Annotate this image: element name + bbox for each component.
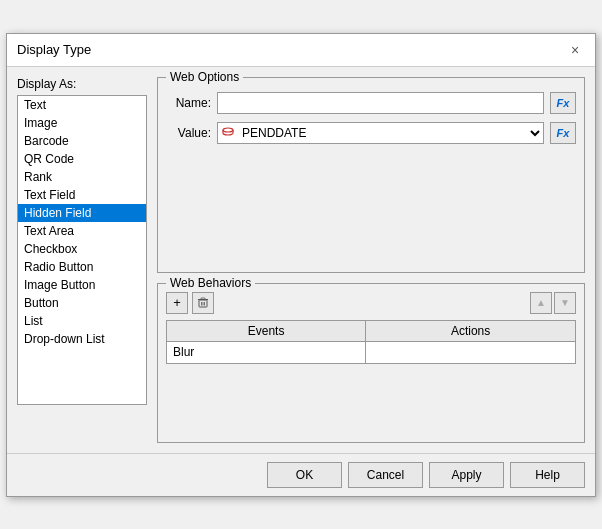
display-type-dialog: Display Type × Display As: TextImageBarc…	[6, 33, 596, 497]
web-options-content: Name: Fx Value:	[166, 92, 576, 144]
delete-icon	[197, 297, 209, 309]
value-icon	[218, 123, 236, 143]
list-item-button[interactable]: Button	[18, 294, 146, 312]
behaviors-toolbar: + ▲ ▼	[166, 292, 576, 314]
list-item-text[interactable]: Text	[18, 96, 146, 114]
table-row: Blur	[167, 341, 576, 363]
cancel-button[interactable]: Cancel	[348, 462, 423, 488]
name-input[interactable]	[217, 92, 544, 114]
title-bar: Display Type ×	[7, 34, 595, 67]
events-header: Events	[167, 320, 366, 341]
display-as-label: Display As:	[17, 77, 147, 91]
up-down-buttons: ▲ ▼	[530, 292, 576, 314]
actions-header: Actions	[366, 320, 576, 341]
event-cell: Blur	[167, 341, 366, 363]
list-item-list[interactable]: List	[18, 312, 146, 330]
list-item-textfield[interactable]: Text Field	[18, 186, 146, 204]
add-behavior-button[interactable]: +	[166, 292, 188, 314]
dialog-title: Display Type	[17, 42, 91, 57]
move-down-button[interactable]: ▼	[554, 292, 576, 314]
display-type-list[interactable]: TextImageBarcodeQR CodeRankText FieldHid…	[17, 95, 147, 405]
close-button[interactable]: ×	[565, 40, 585, 60]
name-fx-button[interactable]: Fx	[550, 92, 576, 114]
list-item-checkbox[interactable]: Checkbox	[18, 240, 146, 258]
database-icon	[222, 127, 234, 139]
name-row: Name: Fx	[166, 92, 576, 114]
web-behaviors-label: Web Behaviors	[166, 276, 255, 290]
list-item-radiobutton[interactable]: Radio Button	[18, 258, 146, 276]
svg-rect-3	[201, 298, 205, 300]
apply-button[interactable]: Apply	[429, 462, 504, 488]
right-panel: Web Options Name: Fx Value:	[157, 77, 585, 443]
list-item-hiddenfield[interactable]: Hidden Field	[18, 204, 146, 222]
list-item-dropdownlist[interactable]: Drop-down List	[18, 330, 146, 348]
web-options-spacer	[166, 144, 576, 264]
dialog-footer: OK Cancel Apply Help	[7, 453, 595, 496]
list-item-barcode[interactable]: Barcode	[18, 132, 146, 150]
web-options-group: Web Options Name: Fx Value:	[157, 77, 585, 273]
dialog-body: Display As: TextImageBarcodeQR CodeRankT…	[7, 67, 595, 453]
list-item-rank[interactable]: Rank	[18, 168, 146, 186]
web-behaviors-group: Web Behaviors + ▲	[157, 283, 585, 443]
web-options-label: Web Options	[166, 70, 243, 84]
list-item-qrcode[interactable]: QR Code	[18, 150, 146, 168]
value-fx-button[interactable]: Fx	[550, 122, 576, 144]
list-item-textarea[interactable]: Text Area	[18, 222, 146, 240]
value-label: Value:	[166, 126, 211, 140]
move-up-button[interactable]: ▲	[530, 292, 552, 314]
left-panel: Display As: TextImageBarcodeQR CodeRankT…	[17, 77, 147, 443]
ok-button[interactable]: OK	[267, 462, 342, 488]
action-cell	[366, 341, 576, 363]
list-item-image[interactable]: Image	[18, 114, 146, 132]
delete-behavior-button[interactable]	[192, 292, 214, 314]
name-label: Name:	[166, 96, 211, 110]
help-button[interactable]: Help	[510, 462, 585, 488]
behaviors-table: Events Actions Blur	[166, 320, 576, 364]
value-row: Value: PENDDATE	[166, 122, 576, 144]
value-dropdown-wrapper[interactable]: PENDDATE	[217, 122, 544, 144]
list-item-imagebutton[interactable]: Image Button	[18, 276, 146, 294]
svg-point-0	[223, 128, 233, 132]
value-select[interactable]: PENDDATE	[236, 123, 543, 143]
